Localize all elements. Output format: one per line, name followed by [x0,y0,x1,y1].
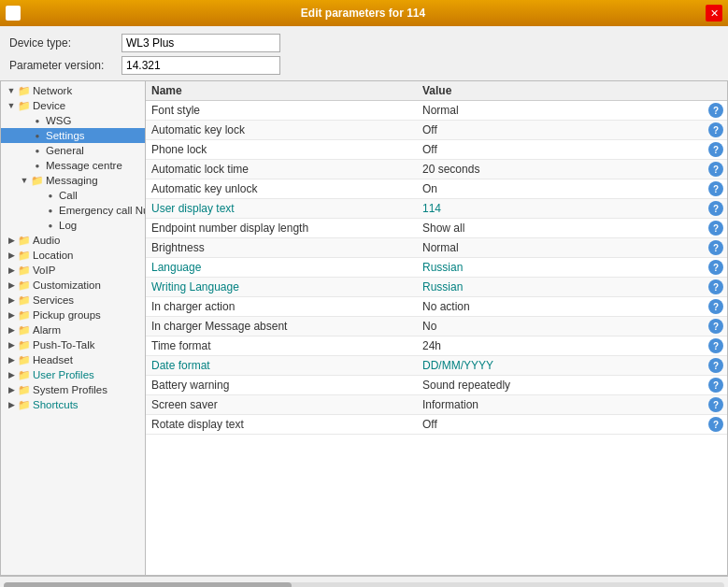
device-type-input[interactable] [121,34,280,52]
sidebar-item-call[interactable]: ●Call [1,188,145,203]
sidebar-item-network[interactable]: ▼📁Network [1,83,145,98]
row-help-7[interactable]: ? [705,238,727,258]
row-help-5[interactable]: ? [705,199,727,219]
sidebar-item-headset[interactable]: ▶📁Headset [1,352,145,367]
table-row[interactable]: BrightnessNormal? [146,238,727,258]
sidebar-item-log[interactable]: ●Log [1,218,145,233]
table-row[interactable]: LanguageRussian? [146,258,727,278]
help-button-14[interactable]: ? [708,378,723,393]
sidebar-scrollbar[interactable] [0,576,728,587]
push-to-talk-label: Push-To-Talk [33,339,94,351]
table-row[interactable]: Date formatDD/MM/YYYY? [146,356,727,376]
audio-expander[interactable]: ▶ [5,234,18,247]
close-button[interactable]: ✕ [706,5,722,21]
help-button-3[interactable]: ? [708,162,723,177]
sidebar-item-messaging[interactable]: ▼📁Messaging [1,173,145,188]
sidebar-item-emergency-call[interactable]: ●Emergency call Nu... [1,203,145,218]
emergency-call-spacer [31,204,44,217]
table-row[interactable]: Automatic key lockOff? [146,121,727,140]
help-button-11[interactable]: ? [708,319,723,334]
services-expander[interactable]: ▶ [5,294,18,307]
help-button-5[interactable]: ? [708,201,723,216]
sidebar-item-voip[interactable]: ▶📁VoIP [1,263,145,278]
help-button-6[interactable]: ? [708,221,723,236]
voip-expander[interactable]: ▶ [5,264,18,277]
sidebar-item-push-to-talk[interactable]: ▶📁Push-To-Talk [1,337,145,352]
row-help-9[interactable]: ? [705,278,727,297]
table-row[interactable]: In charger actionNo action? [146,297,727,317]
device-expander[interactable]: ▼ [5,99,18,112]
sidebar-item-message-centre[interactable]: ●Message centre [1,158,145,173]
sidebar-item-settings[interactable]: ●Settings [1,128,145,143]
help-button-2[interactable]: ? [708,142,723,157]
table-row[interactable]: Writing LanguageRussian? [146,278,727,297]
row-help-6[interactable]: ? [705,219,727,238]
messaging-expander[interactable]: ▼ [18,174,31,187]
help-button-13[interactable]: ? [708,358,723,373]
row-help-14[interactable]: ? [705,376,727,395]
sidebar-item-audio[interactable]: ▶📁Audio [1,233,145,248]
table-header-row: Name Value [146,81,727,101]
alarm-expander[interactable]: ▶ [5,323,18,336]
sidebar-item-user-profiles[interactable]: ▶📁User Profiles [1,367,145,382]
table-row[interactable]: Time format24h? [146,336,727,356]
table-row[interactable]: Rotate display textOff? [146,415,727,435]
services-folder-icon: 📁 [18,294,31,307]
row-help-10[interactable]: ? [705,297,727,317]
sidebar-item-wsg[interactable]: ●WSG [1,113,145,128]
row-help-0[interactable]: ? [705,101,727,121]
help-button-0[interactable]: ? [708,103,723,118]
row-help-13[interactable]: ? [705,356,727,376]
help-button-9[interactable]: ? [708,279,723,294]
table-row[interactable]: Automatic lock time20 seconds? [146,160,727,179]
table-row[interactable]: Phone lockOff? [146,140,727,160]
sidebar-item-services[interactable]: ▶📁Services [1,293,145,308]
sidebar-item-pickup-groups[interactable]: ▶📁Pickup groups [1,308,145,322]
row-help-16[interactable]: ? [705,415,727,435]
param-version-input[interactable] [121,56,280,75]
sidebar-item-location[interactable]: ▶📁Location [1,248,145,263]
help-button-1[interactable]: ? [708,122,723,137]
row-value-16: Off [417,415,705,435]
sidebar-item-general[interactable]: ●General [1,143,145,158]
help-button-12[interactable]: ? [708,338,723,353]
row-help-8[interactable]: ? [705,258,727,278]
row-help-15[interactable]: ? [705,395,727,415]
help-button-10[interactable]: ? [708,299,723,314]
headset-label: Headset [33,354,73,365]
table-row[interactable]: User display text114? [146,199,727,219]
row-help-2[interactable]: ? [705,140,727,160]
sidebar-item-device[interactable]: ▼📁Device [1,98,145,113]
network-expander[interactable]: ▼ [5,84,18,97]
pickup-groups-expander[interactable]: ▶ [5,308,18,322]
row-help-11[interactable]: ? [705,317,727,336]
headset-expander[interactable]: ▶ [5,353,18,366]
row-help-4[interactable]: ? [705,179,727,199]
row-help-1[interactable]: ? [705,121,727,140]
help-button-8[interactable]: ? [708,260,723,275]
sidebar-item-system-profiles[interactable]: ▶📁System Profiles [1,382,145,397]
row-name-10: In charger action [146,297,417,317]
table-row[interactable]: Font styleNormal? [146,101,727,121]
table-row[interactable]: Battery warningSound repeatedly? [146,376,727,395]
help-button-16[interactable]: ? [708,417,723,432]
system-profiles-expander[interactable]: ▶ [5,383,18,396]
row-help-3[interactable]: ? [705,160,727,179]
help-button-15[interactable]: ? [708,397,723,412]
shortcuts-expander[interactable]: ▶ [5,398,18,411]
table-row[interactable]: In charger Message absentNo? [146,317,727,336]
table-row[interactable]: Screen saverInformation? [146,395,727,415]
table-row[interactable]: Automatic key unlockOn? [146,179,727,199]
table-row[interactable]: Endpoint number display lengthShow all? [146,219,727,238]
location-expander[interactable]: ▶ [5,249,18,262]
row-help-12[interactable]: ? [705,336,727,356]
log-spacer [31,219,44,232]
push-to-talk-expander[interactable]: ▶ [5,338,18,351]
sidebar-item-alarm[interactable]: ▶📁Alarm [1,322,145,337]
sidebar-item-customization[interactable]: ▶📁Customization [1,278,145,293]
sidebar-item-shortcuts[interactable]: ▶📁Shortcuts [1,397,145,412]
user-profiles-expander[interactable]: ▶ [5,368,18,381]
customization-expander[interactable]: ▶ [5,279,18,292]
help-button-7[interactable]: ? [708,240,723,255]
help-button-4[interactable]: ? [708,181,723,196]
